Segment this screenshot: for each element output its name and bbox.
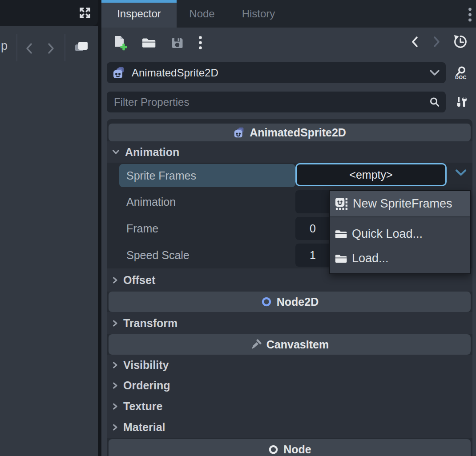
section-material[interactable]: Material [107,417,472,438]
category-label: Node [283,443,311,456]
category-node2d: Node2D [109,292,471,312]
left-dock-panel: p [0,26,98,456]
property-label: Sprite Frames [126,169,196,182]
back-button[interactable] [24,42,35,57]
menu-item-label: Quick Load... [352,227,423,241]
tab-history[interactable]: History [227,0,290,28]
resource-picker-dropdown-button[interactable] [455,169,467,178]
filter-properties-box [107,92,446,112]
filter-properties-input[interactable] [112,96,429,108]
resource-context-menu: New SpriteFrames Quick Load... Load... [329,190,471,274]
chevron-left-icon [24,42,35,55]
category-node: Node [109,439,471,456]
folder-icon [335,253,347,264]
new-resource-icon [112,35,127,51]
tab-inspector[interactable]: Inspector [101,0,177,28]
sprite-frames-resource-picker[interactable]: <empty> [295,163,447,186]
node-icon [268,444,279,455]
tab-node[interactable]: Node [177,0,227,28]
section-transform[interactable]: Transform [107,312,472,334]
category-label: AnimatedSprite2D [250,126,346,139]
property-label: Speed Scale [126,249,190,262]
property-tools-button[interactable] [446,95,476,109]
category-label: Node2D [277,296,319,308]
save-resource-button[interactable] [170,36,184,50]
left-dock-toolbar: p [0,33,98,64]
open-docs-button[interactable]: DOC [446,66,476,80]
dock-tab-bar: Inspector Node History [101,0,476,28]
dock-divider [98,0,101,456]
sprite-frames-label-cell[interactable]: Sprite Frames [119,164,295,187]
chevron-down-icon [455,169,467,176]
window-icon [74,40,89,54]
animated-sprite-2d-icon [112,66,125,80]
load-resource-button[interactable] [141,36,156,49]
inspector-toolbar [101,28,476,58]
chevron-down-icon [429,69,440,76]
doc-icon-label: DOC [455,75,467,80]
section-label: Offset [123,274,155,287]
section-label: Visibility [123,359,169,372]
menu-item-new-spriteframes[interactable]: New SpriteFrames [330,191,470,216]
property-label: Frame [126,222,158,235]
menu-item-label: Load... [352,252,389,265]
tab-inspector-label: Inspector [117,8,161,20]
inspector-content: AnimatedSprite2D Animation Sprite Frames… [107,119,472,456]
search-icon [429,96,440,108]
category-canvas-item: CanvasItem [109,334,471,355]
chevron-right-icon [112,403,118,410]
resource-extra-menu-button[interactable] [198,36,202,50]
folder-icon [335,228,347,240]
chevron-right-icon [112,424,118,431]
tab-node-label: Node [189,8,214,20]
resource-picker-value: <empty> [349,168,392,181]
node-selector-row: AnimatedSprite2D DOC [107,62,476,83]
menu-item-load[interactable]: Load... [330,246,470,271]
section-animation[interactable]: Animation [107,141,472,163]
chevron-right-icon [432,36,441,48]
node2d-icon [261,296,272,308]
expand-icon [78,6,92,20]
speed-scale-value: 1 [310,249,316,262]
section-ordering[interactable]: Ordering [107,375,472,396]
viewport-corner-bar [0,0,98,26]
clipped-text: p [1,39,8,53]
tab-history-label: History [242,8,275,20]
section-texture[interactable]: Texture [107,396,472,417]
history-list-button[interactable] [453,34,468,51]
new-resource-button[interactable] [112,35,127,51]
property-row-sprite-frames: Sprite Frames <empty> [107,163,472,188]
history-forward-button[interactable] [432,36,441,50]
expand-button[interactable] [78,6,92,20]
category-animated-sprite-2d: AnimatedSprite2D [109,124,471,141]
forward-button[interactable] [45,42,56,57]
section-visibility[interactable]: Visibility [107,355,472,375]
menu-item-label: New SpriteFrames [353,197,452,211]
filter-row [107,92,476,112]
separator [16,34,17,61]
chevron-left-icon [410,36,420,48]
dock-menu-button[interactable] [466,7,473,22]
frame-value: 0 [310,222,316,235]
history-nav-group [410,34,469,51]
brush-icon [250,339,262,350]
menu-item-quick-load[interactable]: Quick Load... [330,222,470,246]
section-label: Texture [123,400,162,413]
section-label: Transform [123,317,177,330]
vertical-dots-icon [468,7,472,22]
window-button[interactable] [74,40,89,56]
separator [65,34,65,61]
chevron-right-icon [112,382,118,389]
vertical-dots-icon [198,36,202,50]
chevron-right-icon [112,276,118,284]
section-label: Material [123,421,165,434]
chevron-right-icon [45,42,56,55]
section-label: Animation [125,146,179,159]
spriteframes-icon [335,197,348,211]
node-selector[interactable]: AnimatedSprite2D [107,62,446,83]
chevron-right-icon [112,361,118,369]
history-back-button[interactable] [410,36,420,50]
history-icon [453,34,468,49]
animated-sprite-2d-icon [233,127,245,139]
folder-icon [141,36,156,49]
